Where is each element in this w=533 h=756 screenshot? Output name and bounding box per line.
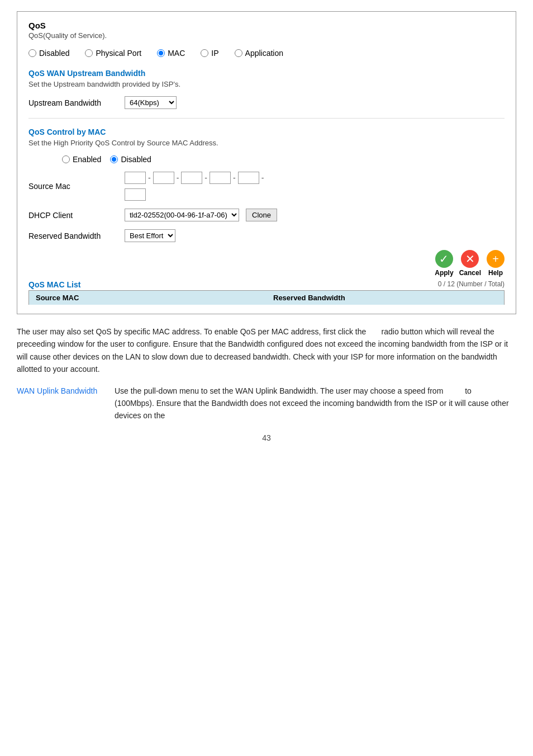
- wan-uplink-label: WAN Uplink Bandwidth: [17, 385, 115, 422]
- apply-label: Apply: [435, 269, 453, 277]
- mac-control-heading: QoS Control by MAC: [28, 127, 505, 136]
- page-number: 43: [17, 433, 516, 442]
- cancel-icon: ✕: [461, 250, 479, 268]
- body-text-content: The user may also set QoS by specific MA…: [17, 327, 508, 374]
- mac-sep-1: -: [148, 173, 151, 182]
- qos-mode-radio-group: Disabled Physical Port MAC IP Applicatio…: [28, 49, 505, 58]
- help-icon: +: [487, 250, 505, 268]
- help-action[interactable]: + Help: [487, 250, 505, 277]
- mac-control-desc: Set the High Priority QoS Control by Sou…: [28, 139, 505, 147]
- upstream-desc: Set the Upstream bandwidth provided by I…: [28, 80, 505, 88]
- radio-disabled[interactable]: Disabled: [28, 49, 69, 58]
- help-label: Help: [488, 269, 503, 277]
- radio-enabled[interactable]: Enabled: [62, 155, 101, 164]
- mac-sep-5: -: [261, 173, 264, 182]
- upstream-heading: QoS WAN Upstream Bandwidth: [28, 69, 505, 78]
- apply-action[interactable]: ✓ Apply: [435, 250, 453, 277]
- radio-ip-label: IP: [211, 49, 218, 58]
- radio-disabled-mac-input[interactable]: [110, 155, 118, 163]
- radio-physical-port-label: Physical Port: [96, 49, 141, 58]
- mac-sep-2: -: [177, 173, 179, 182]
- wan-uplink-section: WAN Uplink Bandwidth Use the pull-down m…: [17, 385, 516, 422]
- panel-subtitle: QoS(Quality of Service).: [28, 31, 505, 40]
- mac-field-4[interactable]: [210, 172, 231, 184]
- mac-field-6[interactable]: [125, 188, 146, 201]
- radio-physical-port[interactable]: Physical Port: [85, 49, 141, 58]
- upstream-bandwidth-select[interactable]: 64(Kbps) 128(Kbps) 256(Kbps) 512(Kbps) 1…: [125, 96, 177, 109]
- upstream-bandwidth-label: Upstream Bandwidth: [28, 98, 118, 107]
- mac-field-2[interactable]: [153, 172, 174, 184]
- reserved-bandwidth-select[interactable]: Best Effort 10% 20% 30% 40% 50%: [125, 229, 175, 242]
- enabled-disabled-row: Enabled Disabled: [62, 155, 505, 164]
- dhcp-client-select[interactable]: tld2-02552(00-04-96-1f-a7-06): [125, 209, 239, 221]
- dhcp-client-label: DHCP Client: [28, 211, 118, 220]
- mac-field-3[interactable]: [181, 172, 202, 184]
- cancel-label: Cancel: [459, 269, 481, 277]
- mac-row-top: - - - - -: [125, 172, 264, 184]
- cancel-action[interactable]: ✕ Cancel: [459, 250, 481, 277]
- action-row: ✓ Apply ✕ Cancel + Help: [28, 250, 505, 277]
- source-mac-row: Source Mac - - - - -: [28, 172, 505, 201]
- source-mac-inputs: - - - - -: [125, 172, 264, 201]
- mac-field-5[interactable]: [238, 172, 259, 184]
- wan-uplink-content: Use the pull-down menu to set the WAN Up…: [115, 385, 516, 422]
- qos-panel: QoS QoS(Quality of Service). Disabled Ph…: [17, 11, 516, 314]
- mac-list-section: QoS MAC List 0 / 12 (Number / Total) Sou…: [28, 280, 505, 305]
- clone-button[interactable]: Clone: [246, 209, 277, 221]
- radio-physical-port-input[interactable]: [85, 49, 93, 57]
- reserved-bandwidth-row: Reserved Bandwidth Best Effort 10% 20% 3…: [28, 229, 505, 242]
- mac-list-col-source: Source MAC: [29, 291, 266, 305]
- mac-sep-4: -: [233, 173, 236, 182]
- mac-list-heading: QoS MAC List: [28, 280, 80, 289]
- mac-field-1[interactable]: [125, 172, 146, 184]
- radio-ip-input[interactable]: [201, 49, 208, 57]
- radio-mac-input[interactable]: [157, 49, 165, 57]
- mac-list-col-bandwidth: Reserved Bandwidth: [266, 291, 504, 305]
- radio-application-label: Application: [245, 49, 284, 58]
- upstream-bandwidth-row: Upstream Bandwidth 64(Kbps) 128(Kbps) 25…: [28, 96, 505, 109]
- radio-enabled-label: Enabled: [73, 155, 101, 164]
- reserved-bandwidth-label: Reserved Bandwidth: [28, 231, 118, 240]
- radio-disabled-mac-label: Disabled: [121, 155, 151, 164]
- radio-enabled-input[interactable]: [62, 155, 70, 163]
- mac-row-bottom: [125, 186, 264, 201]
- panel-title: QoS: [28, 21, 505, 30]
- body-paragraph: The user may also set QoS by specific MA…: [17, 325, 516, 376]
- mac-sep-3: -: [204, 173, 207, 182]
- dhcp-client-row: DHCP Client tld2-02552(00-04-96-1f-a7-06…: [28, 209, 505, 221]
- mac-list-header: Source MAC Reserved Bandwidth: [28, 290, 505, 305]
- radio-application-input[interactable]: [235, 49, 242, 57]
- radio-disabled-input[interactable]: [28, 49, 36, 57]
- radio-mac[interactable]: MAC: [157, 49, 185, 58]
- radio-application[interactable]: Application: [235, 49, 284, 58]
- source-mac-label: Source Mac: [28, 182, 118, 191]
- mac-list-count: 0 / 12 (Number / Total): [438, 280, 505, 288]
- radio-mac-label: MAC: [168, 49, 185, 58]
- radio-ip[interactable]: IP: [201, 49, 218, 58]
- apply-icon: ✓: [435, 250, 453, 268]
- radio-disabled-mac[interactable]: Disabled: [110, 155, 151, 164]
- radio-disabled-label: Disabled: [39, 49, 69, 58]
